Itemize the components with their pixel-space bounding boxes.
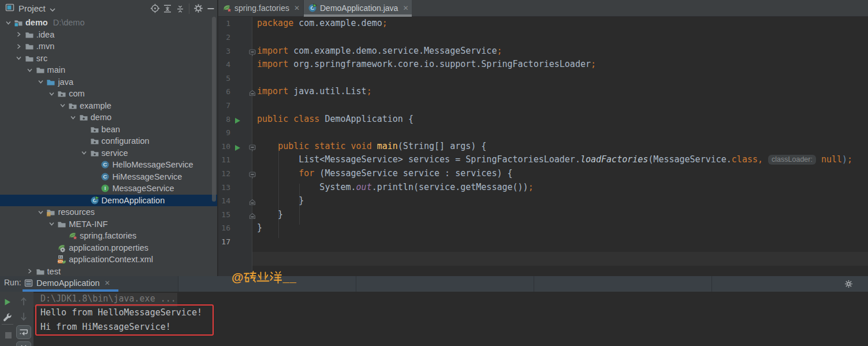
project-tool-icon (5, 3, 14, 14)
watermark-at: @ (232, 270, 243, 284)
run-line-icon[interactable] (234, 116, 241, 127)
settings-wrench-button[interactable] (1, 311, 14, 323)
tree-item-example[interactable]: example (0, 100, 217, 112)
tree-item-HelloMessageService[interactable]: CHelloMessageService (0, 159, 217, 171)
svg-text:</>: </> (58, 259, 64, 263)
code-line-12: for (MessageService service : services) … (257, 167, 868, 181)
fold-marker-end[interactable] (249, 198, 256, 208)
tree-item-java[interactable]: java (0, 76, 217, 88)
run-tool-window: Run: DemoApplication ✕ (0, 276, 868, 346)
collapse-blocks-icon[interactable] (161, 2, 174, 15)
code-line-5 (257, 72, 868, 85)
tree-item-.mvn[interactable]: .mvn (0, 40, 217, 53)
tree-item-service[interactable]: service (0, 147, 217, 159)
line-number: 13 (218, 181, 230, 195)
tree-item-META-INF[interactable]: META-INF (0, 218, 217, 230)
line-number: 3 (218, 44, 230, 58)
chevron-down-icon[interactable] (50, 3, 55, 13)
fold-marker-start[interactable] (249, 48, 256, 58)
gear-icon[interactable] (192, 2, 204, 15)
chevron-collapsed-icon[interactable] (14, 30, 24, 39)
chevron-expanded-icon[interactable] (36, 207, 45, 217)
fold-marker-end[interactable] (249, 211, 256, 222)
tree-item-label: application.properties (69, 243, 148, 252)
spring-file-icon (222, 3, 232, 13)
tree-item-label: src (36, 54, 47, 63)
line-number: 6 (218, 85, 230, 99)
tree-scrollbar[interactable] (212, 17, 216, 202)
soft-wrap-button[interactable] (16, 325, 31, 339)
tree-item-label: demo (25, 18, 48, 27)
stop-button[interactable] (2, 329, 14, 341)
chevron-collapsed-icon[interactable] (25, 267, 35, 276)
close-icon[interactable]: ✕ (403, 4, 408, 12)
spring-file-icon (68, 231, 77, 240)
chevron-expanded-icon[interactable] (69, 113, 78, 122)
code-line-4: import org.springframework.core.io.suppo… (257, 58, 868, 72)
fold-marker-start[interactable] (249, 143, 256, 154)
next-occurrence-button[interactable] (17, 310, 30, 323)
chevron-collapsed-icon[interactable] (14, 42, 24, 51)
tree-item-applicationContext.xml[interactable]: </>applicationContext.xml (0, 254, 217, 266)
watermark-underscores: __ (282, 271, 296, 284)
tree-item-application.properties[interactable]: application.properties (0, 242, 217, 254)
close-icon[interactable]: ✕ (105, 279, 110, 287)
tree-item-test[interactable]: test (0, 266, 217, 277)
editor-tab-spring.factories[interactable]: spring.factories✕ (218, 0, 304, 16)
chevron-expanded-icon[interactable] (58, 101, 67, 110)
chevron-expanded-icon[interactable] (14, 54, 24, 63)
project-folder-icon (14, 18, 23, 27)
chevron-expanded-icon[interactable] (25, 65, 35, 75)
chevron-spacer (80, 136, 89, 146)
fold-marker-start[interactable] (249, 170, 256, 181)
locate-file-button[interactable] (148, 2, 161, 15)
project-panel-title[interactable]: Project (18, 3, 46, 13)
svg-text:C: C (103, 173, 107, 180)
line-number: 5 (218, 72, 230, 85)
chevron-expanded-icon[interactable] (3, 18, 13, 27)
run-tab[interactable]: DemoApplication ✕ (24, 276, 110, 289)
tree-item-MessageService[interactable]: IMessageService (0, 183, 217, 195)
tree-item-label: configuration (102, 136, 150, 146)
line-number: 8 (218, 113, 230, 127)
tree-item-HiMessageService[interactable]: CHiMessageService (0, 171, 217, 183)
tree-item-label: DemoApplication (102, 196, 165, 205)
chevron-spacer (80, 125, 89, 134)
tree-item-demo[interactable]: demo (0, 111, 217, 124)
chevron-expanded-icon[interactable] (36, 77, 45, 87)
tree-item-bean[interactable]: bean (0, 124, 217, 136)
close-icon[interactable]: ✕ (294, 4, 300, 12)
code-line-8: public class DemoApplication { (257, 113, 868, 127)
chevron-expanded-icon[interactable] (47, 219, 56, 229)
run-line-icon[interactable] (234, 143, 241, 154)
collapse-all-icon[interactable] (174, 2, 187, 15)
tree-item-demo[interactable]: demoD:\demo (0, 17, 217, 29)
run-console[interactable]: D:\JDK1.8\bin\java.exe ...Hello from Hel… (33, 292, 868, 346)
tree-item-resources[interactable]: resources (0, 206, 217, 218)
hide-panel-icon[interactable] (204, 2, 217, 15)
code-line-14: } (257, 194, 868, 208)
editor-tab-DemoApplication.java[interactable]: CDemoApplication.java✕ (304, 0, 412, 16)
chevron-spacer (90, 172, 99, 181)
chevron-spacer (47, 243, 56, 252)
run-settings-gear-icon[interactable] (844, 280, 853, 291)
package-icon (57, 89, 66, 98)
tree-item-DemoApplication[interactable]: CDemoApplication (0, 195, 217, 207)
chevron-expanded-icon[interactable] (47, 89, 56, 98)
rerun-button[interactable] (1, 296, 14, 308)
tree-item-main[interactable]: main (0, 64, 217, 76)
tree-item-.idea[interactable]: .idea (0, 29, 217, 41)
interface-icon: I (100, 184, 110, 193)
tree-item-spring.factories[interactable]: spring.factories (0, 230, 217, 242)
scroll-to-end-button[interactable] (16, 341, 31, 346)
fold-marker-end[interactable] (249, 88, 256, 99)
chevron-expanded-icon[interactable] (80, 148, 89, 158)
tree-item-src[interactable]: src (0, 53, 217, 65)
project-header: Project (0, 0, 217, 17)
console-line-2: Hello from HelloMessageService! (40, 306, 202, 320)
tree-item-com[interactable]: com (0, 88, 217, 100)
line-number: 12 (218, 167, 230, 181)
editor-surface[interactable]: package com.example.demo;import com.exam… (218, 17, 868, 276)
prev-occurrence-button[interactable] (17, 295, 30, 308)
tree-item-configuration[interactable]: configuration (0, 135, 217, 147)
